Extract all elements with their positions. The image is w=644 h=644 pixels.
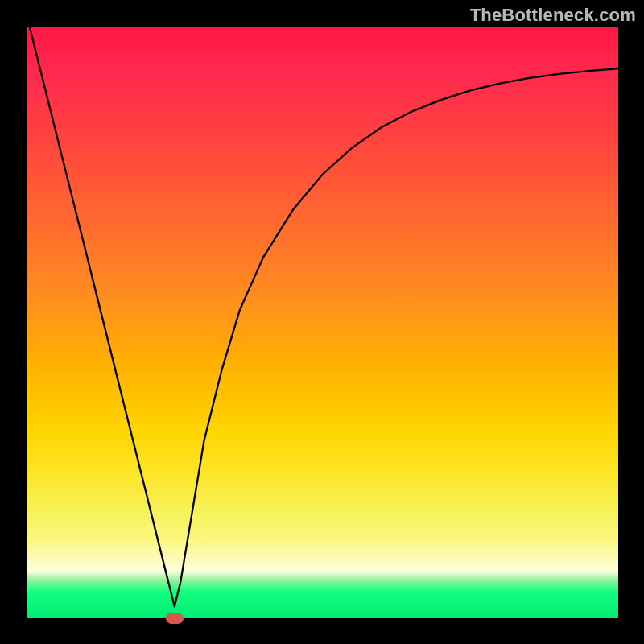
bottleneck-curve bbox=[27, 27, 618, 606]
plot-area bbox=[27, 27, 618, 618]
watermark-text: TheBottleneck.com bbox=[470, 5, 636, 26]
optimum-marker bbox=[166, 613, 184, 624]
chart-frame: TheBottleneck.com bbox=[0, 0, 644, 644]
curve-layer bbox=[27, 27, 618, 618]
